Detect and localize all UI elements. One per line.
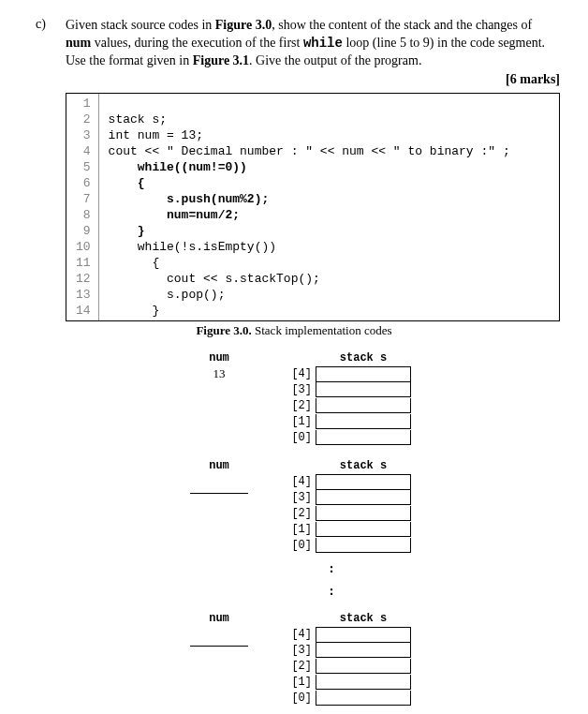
code-11: { <box>109 255 510 271</box>
stack-table-2: [4] [3] [2] [1] [0] <box>282 474 411 554</box>
code-4: cout << " Decimal number : " << num << "… <box>109 143 510 159</box>
num-col-1: num 13 <box>177 351 261 446</box>
num-col-2: num <box>177 459 261 554</box>
stack-hdr-3: stack s <box>316 612 411 625</box>
cell-1-3 <box>316 382 411 397</box>
cell-2-0 <box>316 538 411 553</box>
idx-2-2: [2] <box>282 507 316 520</box>
code-10: while(!s.isEmpty()) <box>109 239 510 255</box>
cell-2-4 <box>316 474 411 490</box>
stack-hdr-1: stack s <box>316 351 411 364</box>
code-13: s.pop(); <box>109 287 510 303</box>
code-14: } <box>109 303 510 319</box>
question-label: c) <box>28 17 66 70</box>
ln-11: 11 <box>76 255 91 271</box>
ln-8: 8 <box>76 207 91 223</box>
figure-3-0-caption: Figure 3.0. Stack implementation codes <box>28 323 560 338</box>
question-c: c) Given stack source codes in Figure 3.… <box>28 17 560 70</box>
while-bold: while <box>303 36 343 51</box>
ln-4: 4 <box>76 143 91 159</box>
num-hdr-2: num <box>177 459 261 472</box>
stack-hdr-2: stack s <box>316 459 411 472</box>
ellipsis-1: : <box>103 561 560 576</box>
idx-1-0: [0] <box>282 431 316 444</box>
code-3: int num = 13; <box>109 127 510 143</box>
ln-10: 10 <box>76 239 91 255</box>
num-blank-3 <box>190 631 248 647</box>
ln-1: 1 <box>76 96 91 112</box>
num-blank-2 <box>190 478 248 494</box>
cell-3-1 <box>316 675 411 690</box>
num-val-1: 13 <box>177 366 261 381</box>
ln-13: 13 <box>76 287 91 303</box>
cell-2-3 <box>316 490 411 505</box>
ln-7: 7 <box>76 191 91 207</box>
idx-1-1: [1] <box>282 415 316 428</box>
ln-2: 2 <box>76 112 91 127</box>
code-12: cout << s.stackTop(); <box>109 271 510 287</box>
cell-3-3 <box>316 643 411 658</box>
cell-1-4 <box>316 366 411 382</box>
trace-iteration-2: num stack s [4] [3] [2] [1] [0] <box>28 459 560 554</box>
fig30-bold: Figure 3.0. <box>196 323 251 337</box>
idx-2-0: [0] <box>282 539 316 552</box>
fig30-ref: Figure 3.0 <box>215 18 272 32</box>
code-8: num=num/2; <box>109 207 510 223</box>
qt-1: Given stack source codes in <box>66 18 215 32</box>
question-text: Given stack source codes in Figure 3.0, … <box>66 17 560 70</box>
qt-2: , show the content of the stack and the … <box>272 18 532 32</box>
code-2: stack s; <box>109 112 510 127</box>
cell-2-2 <box>316 506 411 521</box>
idx-1-4: [4] <box>282 367 316 380</box>
qt-5: . Give the output of the program. <box>249 53 421 67</box>
idx-1-3: [3] <box>282 383 316 396</box>
idx-2-1: [1] <box>282 523 316 536</box>
ln-5: 5 <box>76 159 91 175</box>
ln-12: 12 <box>76 271 91 287</box>
code-9: } <box>109 223 510 239</box>
code-5: while((num!=0)) <box>109 159 510 175</box>
ln-6: 6 <box>76 175 91 191</box>
num-hdr-3: num <box>177 612 261 625</box>
stack-col-2: stack s [4] [3] [2] [1] [0] <box>282 459 411 554</box>
ln-14: 14 <box>76 303 91 319</box>
cell-1-1 <box>316 414 411 429</box>
stack-table-3: [4] [3] [2] [1] [0] <box>282 627 411 707</box>
idx-3-0: [0] <box>282 692 316 705</box>
fig31-ref: Figure 3.1 <box>193 53 249 67</box>
idx-2-3: [3] <box>282 491 316 504</box>
marks-label: [6 marks] <box>28 72 560 87</box>
stack-table-1: [4] [3] [2] [1] [0] <box>282 366 411 446</box>
code-6: { <box>109 175 510 191</box>
idx-3-3: [3] <box>282 644 316 657</box>
idx-3-2: [2] <box>282 660 316 673</box>
idx-3-1: [1] <box>282 676 316 689</box>
ellipsis-2: : <box>103 584 560 599</box>
code-7: s.push(num%2); <box>109 191 510 207</box>
cell-1-0 <box>316 430 411 445</box>
idx-2-4: [4] <box>282 475 316 488</box>
code-listing: 1 2 3 4 5 6 7 8 9 10 11 12 13 14 stack s… <box>66 93 560 321</box>
trace-iteration-n: num stack s [4] [3] [2] [1] [0] <box>28 612 560 707</box>
cell-3-4 <box>316 627 411 643</box>
ln-9: 9 <box>76 223 91 239</box>
ln-3: 3 <box>76 127 91 143</box>
code-lines: stack s; int num = 13; cout << " Decimal… <box>99 94 516 320</box>
cell-2-1 <box>316 522 411 537</box>
qt-3: values, during the execution of the firs… <box>91 36 303 50</box>
num-hdr-1: num <box>177 351 261 364</box>
num-col-3: num <box>177 612 261 707</box>
cell-3-2 <box>316 659 411 674</box>
idx-3-4: [4] <box>282 628 316 641</box>
cell-1-2 <box>316 398 411 413</box>
code-1 <box>109 96 510 112</box>
fig30-rest: Stack implementation codes <box>252 323 392 337</box>
stack-col-1: stack s [4] [3] [2] [1] [0] <box>282 351 411 446</box>
num-bold: num <box>66 36 91 50</box>
line-numbers: 1 2 3 4 5 6 7 8 9 10 11 12 13 14 <box>66 94 99 320</box>
trace-iteration-1: num 13 stack s [4] [3] [2] [1] [0] <box>28 351 560 446</box>
idx-1-2: [2] <box>282 399 316 412</box>
cell-3-0 <box>316 691 411 706</box>
stack-col-3: stack s [4] [3] [2] [1] [0] <box>282 612 411 707</box>
